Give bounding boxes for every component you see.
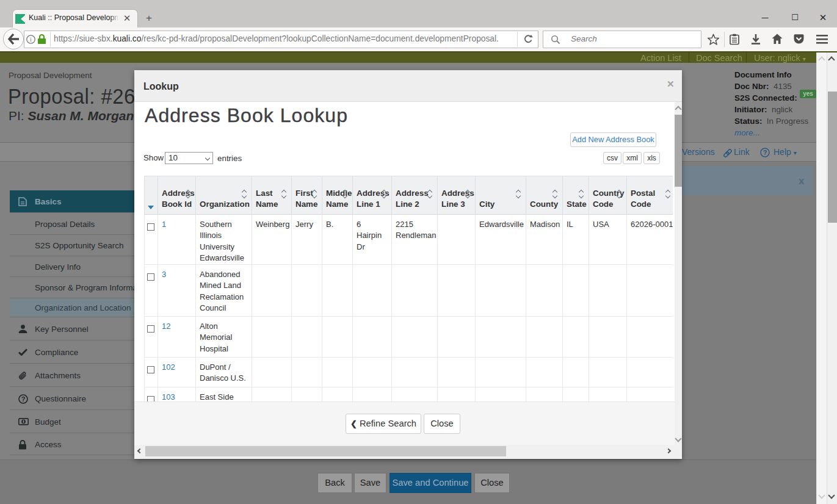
- svg-text:i: i: [30, 36, 32, 43]
- svg-text:?: ?: [21, 395, 26, 403]
- svg-text:?: ?: [763, 149, 767, 156]
